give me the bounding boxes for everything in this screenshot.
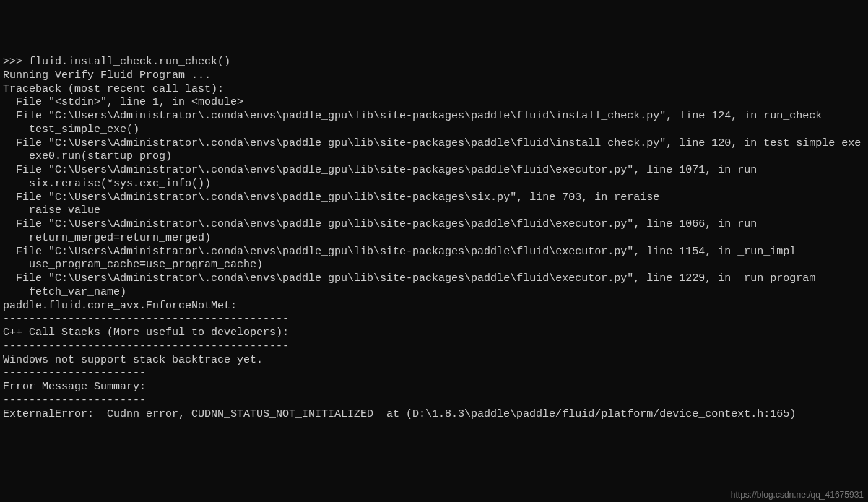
terminal-line: C++ Call Stacks (More useful to develope…: [3, 326, 865, 340]
terminal-line: File "C:\Users\Administrator\.conda\envs…: [3, 137, 865, 151]
terminal-output[interactable]: >>> fluid.install_check.run_check()Runni…: [3, 56, 865, 421]
terminal-line: File "C:\Users\Administrator\.conda\envs…: [3, 246, 865, 259]
terminal-line: ----------------------: [3, 367, 865, 381]
terminal-line: File "C:\Users\Administrator\.conda\envs…: [3, 110, 865, 124]
terminal-line: File "C:\Users\Administrator\.conda\envs…: [3, 191, 865, 205]
terminal-line: test_simple_exe(): [3, 124, 865, 137]
watermark-text: https://blog.csdn.net/qq_41675931: [731, 490, 864, 501]
terminal-line: Traceback (most recent call last):: [3, 83, 865, 97]
terminal-line: File "C:\Users\Administrator\.conda\envs…: [3, 272, 865, 286]
terminal-line: fetch_var_name): [3, 286, 865, 300]
terminal-line: six.reraise(*sys.exc_info()): [3, 178, 865, 191]
terminal-line: Error Message Summary:: [3, 381, 865, 394]
terminal-line: ----------------------: [3, 394, 865, 408]
terminal-line: raise value: [3, 204, 865, 218]
terminal-line: paddle.fluid.core_avx.EnforceNotMet:: [3, 300, 865, 313]
terminal-line: Running Verify Fluid Program ...: [3, 69, 865, 83]
terminal-line: exe0.run(startup_prog): [3, 150, 865, 164]
terminal-line: File "C:\Users\Administrator\.conda\envs…: [3, 164, 865, 178]
terminal-line: return_merged=return_merged): [3, 232, 865, 246]
terminal-line: ----------------------------------------…: [3, 340, 865, 354]
terminal-line: ----------------------------------------…: [3, 313, 865, 326]
terminal-line: Windows not support stack backtrace yet.: [3, 354, 865, 368]
terminal-line: File "C:\Users\Administrator\.conda\envs…: [3, 218, 865, 232]
terminal-line: File "<stdin>", line 1, in <module>: [3, 96, 865, 110]
terminal-line: >>> fluid.install_check.run_check(): [3, 56, 865, 69]
terminal-line: use_program_cache=use_program_cache): [3, 259, 865, 272]
terminal-line: ExternalError: Cudnn error, CUDNN_STATUS…: [3, 408, 865, 422]
